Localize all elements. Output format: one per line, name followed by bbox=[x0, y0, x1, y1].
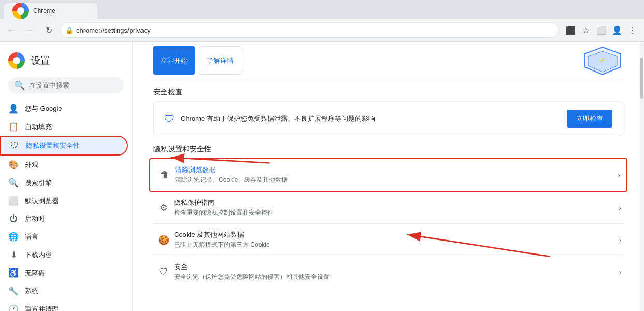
security-chevron: › bbox=[619, 268, 623, 276]
browser-chrome: Chrome ← → ↻ 🔒 ⬛ ☆ ⬜ 👤 ⋮ bbox=[0, 0, 644, 42]
menu-button[interactable]: ⋮ bbox=[625, 23, 640, 37]
security-text: 安全 安全浏览（保护您免受危险网站的侵害）和其他安全设置 bbox=[174, 262, 619, 281]
privacy-guide-title: 隐私保护指南 bbox=[174, 198, 619, 207]
clear-browsing-subtitle: 清除浏览记录、Cookie、缓存及其他数据 bbox=[175, 176, 618, 185]
sidebar: 设置 🔍 👤 您与 Google 📋 自动填充 🛡 隐私设置和安全性 🎨 外观 … bbox=[0, 42, 133, 311]
privacy-guide-subtitle: 检查重要的隐私控制设置和安全控件 bbox=[174, 208, 619, 217]
cookies-subtitle: 已阻止无痕模式下的第三方 Cookie bbox=[174, 241, 619, 249]
sidebar-label-google: 您与 Google bbox=[25, 104, 62, 114]
settings-header: 设置 bbox=[0, 46, 132, 73]
scrollbar-thumb[interactable] bbox=[640, 58, 643, 99]
check-now-button[interactable]: 立即检查 bbox=[567, 110, 612, 128]
sidebar-item-reset[interactable]: 🕐 重置并清理 bbox=[0, 300, 128, 311]
clear-browsing-icon: 🗑 bbox=[154, 169, 175, 180]
downloads-icon: ⬇ bbox=[8, 250, 19, 260]
security-icon: 🛡 bbox=[153, 266, 174, 277]
sidebar-item-default-browser[interactable]: ⬜ 默认浏览器 bbox=[0, 192, 128, 210]
settings-logo bbox=[8, 52, 25, 69]
page-container: 设置 🔍 👤 您与 Google 📋 自动填充 🛡 隐私设置和安全性 🎨 外观 … bbox=[0, 42, 644, 311]
sidebar-item-downloads[interactable]: ⬇ 下载内容 bbox=[0, 246, 128, 264]
address-input[interactable] bbox=[60, 22, 559, 38]
accessibility-icon: ♿ bbox=[8, 268, 19, 278]
appearance-icon: 🎨 bbox=[8, 160, 19, 169]
sidebar-label-appearance: 外观 bbox=[25, 160, 38, 169]
reset-icon: 🕐 bbox=[8, 304, 19, 311]
main-content: 立即开始 了解详情 ✓ 安全检查 🛡 Chrome 有助于保护您免受数据泄露、不… bbox=[133, 42, 644, 311]
sidebar-item-autofill[interactable]: 📋 自动填充 bbox=[0, 118, 128, 136]
privacy-section-title: 隐私设置和安全性 bbox=[153, 145, 623, 154]
address-bar-container: 🔒 bbox=[60, 22, 559, 38]
sidebar-label-privacy: 隐私设置和安全性 bbox=[26, 141, 80, 150]
cookies-item[interactable]: 🍪 Cookie 及其他网站数据 已阻止无痕模式下的第三方 Cookie › bbox=[153, 224, 623, 256]
toolbar-right: ⬛ ☆ ⬜ 👤 ⋮ bbox=[563, 23, 640, 37]
forward-button[interactable]: → bbox=[23, 23, 37, 37]
privacy-guide-icon: ⚙ bbox=[153, 202, 174, 214]
search-icon: 🔍 bbox=[15, 80, 25, 90]
sidebar-label-downloads: 下载内容 bbox=[25, 250, 52, 260]
startup-icon: ⏻ bbox=[8, 214, 19, 223]
partial-button-2[interactable]: 了解详情 bbox=[199, 46, 241, 75]
address-bar-row: ← → ↻ 🔒 ⬛ ☆ ⬜ 👤 ⋮ bbox=[0, 19, 644, 41]
sidebar-item-search[interactable]: 🔍 搜索引擎 bbox=[0, 174, 128, 192]
language-icon: 🌐 bbox=[8, 232, 19, 242]
search-bar-container: 🔍 bbox=[0, 73, 132, 97]
cookies-icon: 🍪 bbox=[153, 234, 174, 246]
refresh-button[interactable]: ↻ bbox=[41, 23, 56, 37]
sidebar-item-google[interactable]: 👤 您与 Google bbox=[0, 100, 128, 118]
sidebar-label-language: 语言 bbox=[25, 232, 38, 242]
sidebar-label-default: 默认浏览器 bbox=[25, 196, 59, 206]
sidebar-label-reset: 重置并清理 bbox=[25, 305, 59, 312]
browser-tab[interactable]: Chrome bbox=[4, 3, 97, 19]
svg-text:✓: ✓ bbox=[599, 56, 606, 64]
cookies-title: Cookie 及其他网站数据 bbox=[174, 230, 619, 239]
sidebar-item-language[interactable]: 🌐 语言 bbox=[0, 228, 128, 246]
autofill-icon: 📋 bbox=[8, 122, 19, 132]
cast-button[interactable]: ⬛ bbox=[563, 23, 578, 37]
sidebar-label-system: 系统 bbox=[25, 287, 38, 296]
google-icon: 👤 bbox=[8, 104, 19, 114]
cookies-text: Cookie 及其他网站数据 已阻止无痕模式下的第三方 Cookie bbox=[174, 230, 619, 249]
security-item[interactable]: 🛡 安全 安全浏览（保护您免受危险网站的侵害）和其他安全设置 › bbox=[153, 256, 623, 288]
sidebar-item-appearance[interactable]: 🎨 外观 bbox=[0, 156, 128, 174]
window-button[interactable]: ⬜ bbox=[594, 23, 609, 37]
privacy-icon: 🛡 bbox=[9, 141, 20, 150]
privacy-guide-text: 隐私保护指南 检查重要的隐私控制设置和安全控件 bbox=[174, 198, 619, 217]
clear-browsing-chevron: › bbox=[618, 171, 622, 179]
system-icon: 🔧 bbox=[8, 286, 19, 296]
back-button[interactable]: ← bbox=[4, 23, 19, 37]
cookies-chevron: › bbox=[619, 236, 623, 244]
sidebar-label-autofill: 自动填充 bbox=[25, 122, 52, 132]
tab-label: Chrome bbox=[33, 7, 55, 15]
clear-browsing-item[interactable]: 🗑 清除浏览数据 清除浏览记录、Cookie、缓存及其他数据 › bbox=[149, 158, 627, 192]
security-title: 安全 bbox=[174, 262, 619, 272]
sidebar-item-privacy[interactable]: 🛡 隐私设置和安全性 bbox=[0, 136, 128, 156]
search-engine-icon: 🔍 bbox=[8, 178, 19, 188]
lock-icon: 🔒 bbox=[65, 26, 74, 34]
tab-bar: Chrome bbox=[0, 0, 644, 19]
profile-button[interactable]: 👤 bbox=[610, 23, 624, 37]
sidebar-label-search: 搜索引擎 bbox=[25, 178, 52, 188]
privacy-guide-item[interactable]: ⚙ 隐私保护指南 检查重要的隐私控制设置和安全控件 › bbox=[153, 192, 623, 224]
clear-browsing-text: 清除浏览数据 清除浏览记录、Cookie、缓存及其他数据 bbox=[175, 165, 618, 185]
scrollbar-track[interactable] bbox=[640, 42, 644, 311]
sidebar-label-startup: 启动时 bbox=[25, 214, 45, 223]
security-subtitle: 安全浏览（保护您免受危险网站的侵害）和其他安全设置 bbox=[174, 273, 619, 281]
search-input[interactable] bbox=[29, 81, 118, 89]
clear-browsing-title: 清除浏览数据 bbox=[175, 165, 618, 175]
safety-description: Chrome 有助于保护您免受数据泄露、不良扩展程序等问题的影响 bbox=[181, 114, 561, 123]
search-bar-inner: 🔍 bbox=[8, 77, 124, 93]
shield-graphic: ✓ bbox=[582, 46, 623, 75]
sidebar-item-accessibility[interactable]: ♿ 无障碍 bbox=[0, 264, 128, 282]
default-browser-icon: ⬜ bbox=[8, 196, 19, 206]
safety-check-title: 安全检查 bbox=[153, 88, 623, 97]
safety-shield-icon: 🛡 bbox=[164, 113, 175, 125]
sidebar-label-accessibility: 无障碍 bbox=[25, 268, 45, 278]
settings-title: 设置 bbox=[31, 54, 50, 67]
sidebar-item-startup[interactable]: ⏻ 启动时 bbox=[0, 210, 128, 228]
partial-button-1[interactable]: 立即开始 bbox=[153, 46, 195, 75]
bookmark-button[interactable]: ☆ bbox=[579, 23, 593, 37]
privacy-guide-chevron: › bbox=[619, 204, 623, 212]
safety-card: 🛡 Chrome 有助于保护您免受数据泄露、不良扩展程序等问题的影响 立即检查 bbox=[153, 101, 623, 136]
sidebar-item-system[interactable]: 🔧 系统 bbox=[0, 282, 128, 300]
tab-favicon bbox=[12, 3, 29, 19]
